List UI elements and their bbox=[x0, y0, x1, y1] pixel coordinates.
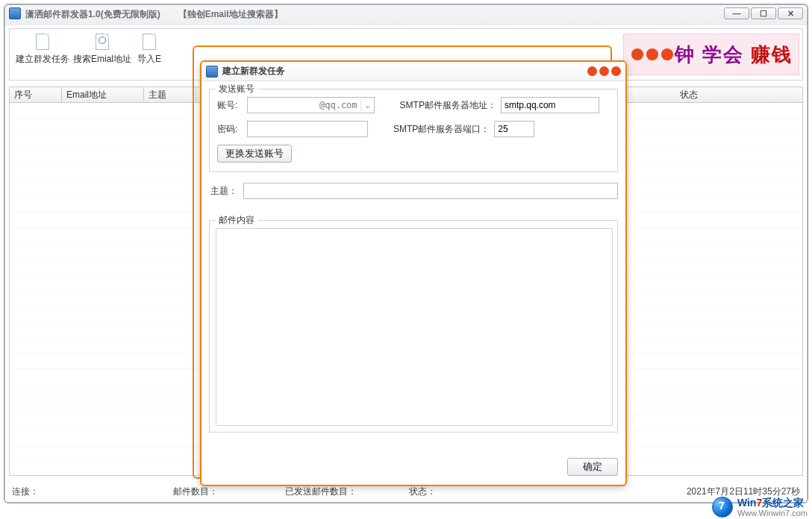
create-task-dialog: 建立新群发任务 发送账号 账号: @qq.com ⌄ SMTP邮件服务器地址： bbox=[200, 60, 627, 486]
main-title-bar: 潇洒邮件群发器1.0(免费无限制版) 【独创Email地址搜索器】 — ☐ ✕ bbox=[4, 4, 808, 24]
dot-icon bbox=[646, 48, 658, 60]
new-file-icon bbox=[36, 34, 49, 50]
chevron-down-icon[interactable]: ⌄ bbox=[360, 98, 374, 112]
app-icon bbox=[9, 7, 21, 19]
minimize-button[interactable]: — bbox=[724, 7, 749, 19]
search-file-icon bbox=[96, 34, 109, 50]
watermark: Win7系统之家 Www.Winwin7.com bbox=[712, 497, 808, 518]
toolbar-search-label: 搜索Emial地址 bbox=[73, 53, 131, 66]
content-group: 邮件内容 bbox=[209, 220, 618, 432]
account-combo[interactable]: @qq.com ⌄ bbox=[247, 97, 375, 113]
maximize-button[interactable]: ☐ bbox=[751, 7, 776, 19]
promo-t1: 学会 bbox=[702, 43, 744, 66]
dialog-title-bar[interactable]: 建立新群发任务 bbox=[202, 62, 625, 81]
toolbar-import[interactable]: 导入E bbox=[132, 34, 166, 66]
col-email[interactable]: Email地址 bbox=[62, 87, 144, 102]
change-account-button[interactable]: 更换发送账号 bbox=[217, 145, 292, 163]
wm-c: 系统之家 bbox=[762, 497, 804, 509]
subject-input[interactable] bbox=[243, 183, 618, 199]
wm-a: Win bbox=[737, 497, 757, 509]
smtp-addr-label: SMTP邮件服务器地址： bbox=[400, 99, 496, 112]
status-state: 状态： bbox=[409, 485, 436, 498]
col-seq[interactable]: 序号 bbox=[10, 87, 62, 102]
dialog-icon bbox=[206, 66, 218, 78]
account-label: 账号: bbox=[217, 99, 243, 112]
account-group: 发送账号 账号: @qq.com ⌄ SMTP邮件服务器地址： 密码: bbox=[209, 89, 618, 172]
smtp-port-label: SMTP邮件服务器端口： bbox=[393, 123, 490, 136]
smtp-port-input[interactable] bbox=[494, 121, 534, 137]
dot-icon bbox=[631, 48, 643, 60]
subject-label: 主题： bbox=[210, 185, 237, 198]
content-textarea[interactable] bbox=[216, 228, 613, 426]
toolbar-import-label: 导入E bbox=[137, 53, 161, 66]
col-subject[interactable]: 主题 bbox=[144, 87, 196, 102]
dialog-title-text: 建立新群发任务 bbox=[222, 65, 285, 78]
promo-pre: 钟 bbox=[675, 43, 696, 66]
toolbar-create-label: 建立群发任务 bbox=[16, 53, 69, 66]
account-suffix: @qq.com bbox=[316, 100, 360, 110]
status-mails: 邮件数目： bbox=[173, 485, 218, 498]
main-title-text: 潇洒邮件群发器1.0(免费无限制版) 【独创Email地址搜索器】 bbox=[25, 9, 283, 19]
toolbar-search-email[interactable]: 搜索Emial地址 bbox=[72, 34, 132, 66]
status-time: 2021年7月2日11时35分27秒 bbox=[687, 485, 800, 498]
ok-button[interactable]: 确定 bbox=[567, 458, 618, 476]
promo-banner: 钟 学会 赚钱 bbox=[623, 34, 799, 75]
status-conn: 连接： bbox=[12, 485, 39, 498]
toolbar-create-task[interactable]: 建立群发任务 bbox=[13, 34, 72, 66]
status-sent: 已发送邮件数目： bbox=[285, 485, 357, 498]
password-input[interactable] bbox=[247, 121, 368, 137]
import-icon bbox=[143, 34, 156, 50]
wm-url: Www.Winwin7.com bbox=[737, 509, 808, 518]
dot-icon bbox=[661, 48, 673, 60]
smtp-addr-input[interactable] bbox=[501, 97, 599, 113]
dialog-dots bbox=[587, 66, 621, 76]
close-button[interactable]: ✕ bbox=[778, 7, 803, 19]
account-input[interactable] bbox=[248, 98, 316, 113]
promo-t2: 赚钱 bbox=[751, 43, 793, 66]
win7-orb-icon bbox=[712, 497, 733, 518]
content-legend: 邮件内容 bbox=[216, 214, 257, 227]
col-status[interactable]: 状态 bbox=[675, 87, 802, 102]
account-legend: 发送账号 bbox=[216, 83, 257, 95]
password-label: 密码: bbox=[217, 123, 243, 136]
